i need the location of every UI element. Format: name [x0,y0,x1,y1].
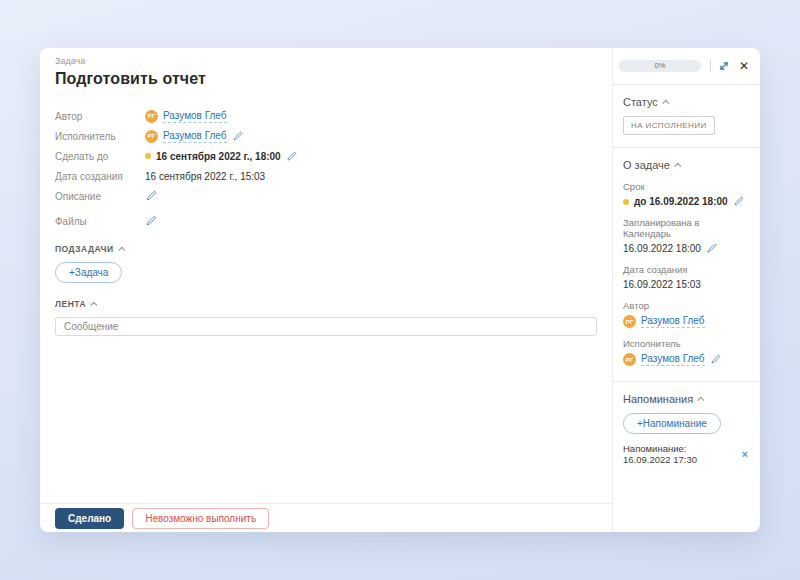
done-button[interactable]: Сделано [55,508,124,529]
subtasks-header-label: ПОДЗАДАЧИ [55,244,114,254]
created-value: 16.09.2022 15:03 [623,279,748,290]
deadline-dot-icon [145,153,151,159]
avatar: РГ [145,130,158,143]
edit-files-pencil-icon[interactable] [145,215,157,227]
field-row-created: Дата создания 16 сентября 2022 г., 15:03 [55,169,597,183]
planned-value-row: 16.09.2022 18:00 [623,243,748,254]
edit-deadline-pencil-icon[interactable] [733,196,744,207]
avatar: РГ [623,353,636,366]
created-label: Дата создания [55,171,145,182]
field-row-assignee: Исполнитель РГ Разумов Глеб [55,129,597,143]
due-value: 16 сентября 2022 г., 18:00 [145,151,297,162]
files-value [145,215,157,227]
feed-section-header[interactable]: ЛЕНТА [55,299,597,309]
assignee-link[interactable]: Разумов Глеб [641,353,705,366]
chevron-up-icon [90,301,97,308]
planned-label: Запланирована в Календарь [623,217,748,239]
impossible-button[interactable]: Невозможно выполнить [132,508,269,529]
sidebar-top-row: 0% ✕ [613,59,760,72]
entity-label: Задача [55,56,597,66]
subtasks-section-header[interactable]: ПОДЗАДАЧИ [55,244,597,254]
author-person-row: РГ Разумов Глеб [623,315,748,328]
description-value [145,190,157,202]
page-title: Подготовить отчет [55,70,597,88]
files-label: Файлы [55,216,145,227]
reminder-text: Напоминание: 16.09.2022 17:30 [623,443,736,465]
task-card: Задача Подготовить отчет Автор РГ Разумо… [40,48,760,532]
status-header-label: Статус [623,96,658,108]
deadline-value-row: до 16.09.2022 18:00 [623,196,748,207]
author-link[interactable]: Разумов Глеб [163,110,227,123]
add-subtask-button[interactable]: +Задача [55,262,122,283]
description-label: Описание [55,191,145,202]
avatar: РГ [145,110,158,123]
reminder-item: Напоминание: 16.09.2022 17:30 × [623,443,748,465]
field-row-author: Автор РГ Разумов Глеб [55,109,597,123]
edit-due-pencil-icon[interactable] [286,151,297,162]
task-main-pane: Задача Подготовить отчет Автор РГ Разумо… [40,48,612,532]
message-input[interactable] [55,317,597,336]
chevron-up-icon [674,162,681,169]
author-label: Автор [623,300,748,311]
task-sidebar: 0% ✕ Статус НА ИСПОЛНЕНИИ О задаче [612,48,760,532]
vertical-divider [710,59,711,72]
chevron-up-icon [662,99,669,106]
created-value: 16 сентября 2022 г., 15:03 [145,171,265,182]
status-section-header[interactable]: Статус [623,96,748,108]
field-row-description: Описание [55,189,597,203]
edit-description-pencil-icon[interactable] [145,190,157,202]
about-section-header[interactable]: О задаче [623,159,748,171]
status-badge[interactable]: НА ИСПОЛНЕНИИ [623,116,715,135]
assignee-link[interactable]: Разумов Глеб [163,130,227,143]
reminders-section-header[interactable]: Напоминания [623,393,748,405]
due-label: Сделать до [55,151,145,162]
deadline-dot-icon [623,199,629,205]
progress-value: 0% [655,61,666,70]
about-section: О задаче Срок до 16.09.2022 18:00 Заплан… [613,148,760,366]
deadline-label: Срок [623,181,748,192]
deadline-value: до 16.09.2022 18:00 [634,196,728,207]
author-link[interactable]: Разумов Глеб [641,315,705,328]
field-row-files: Файлы [55,214,597,228]
status-section: Статус НА ИСПОЛНЕНИИ [613,85,760,135]
progress-bar: 0% [619,60,701,72]
reminders-header-label: Напоминания [623,393,693,405]
remove-reminder-icon[interactable]: × [742,449,748,459]
task-footer: Сделано Невозможно выполнить [40,503,612,532]
close-icon[interactable]: ✕ [739,60,749,72]
edit-assignee-pencil-icon[interactable] [232,131,243,142]
assignee-label: Исполнитель [55,131,145,142]
created-label: Дата создания [623,264,748,275]
avatar: РГ [623,315,636,328]
add-reminder-button[interactable]: +Напоминание [623,413,721,434]
assignee-label: Исполнитель [623,338,748,349]
author-label: Автор [55,111,145,122]
about-header-label: О задаче [623,159,670,171]
expand-icon[interactable] [718,60,730,72]
author-value: РГ Разумов Глеб [145,110,227,123]
reminders-section: Напоминания +Напоминание Напоминание: 16… [613,382,760,465]
edit-assignee-pencil-icon[interactable] [710,354,721,365]
edit-planned-pencil-icon[interactable] [706,243,717,254]
chevron-up-icon [118,246,125,253]
assignee-value: РГ Разумов Глеб [145,130,243,143]
assignee-person-row: РГ Разумов Глеб [623,353,748,366]
chevron-up-icon [697,396,704,403]
feed-header-label: ЛЕНТА [55,299,86,309]
planned-value: 16.09.2022 18:00 [623,243,701,254]
task-fields: Автор РГ Разумов Глеб Исполнитель РГ Раз… [55,109,597,228]
due-date-text: 16 сентября 2022 г., 18:00 [156,151,281,162]
field-row-due: Сделать до 16 сентября 2022 г., 18:00 [55,149,597,163]
